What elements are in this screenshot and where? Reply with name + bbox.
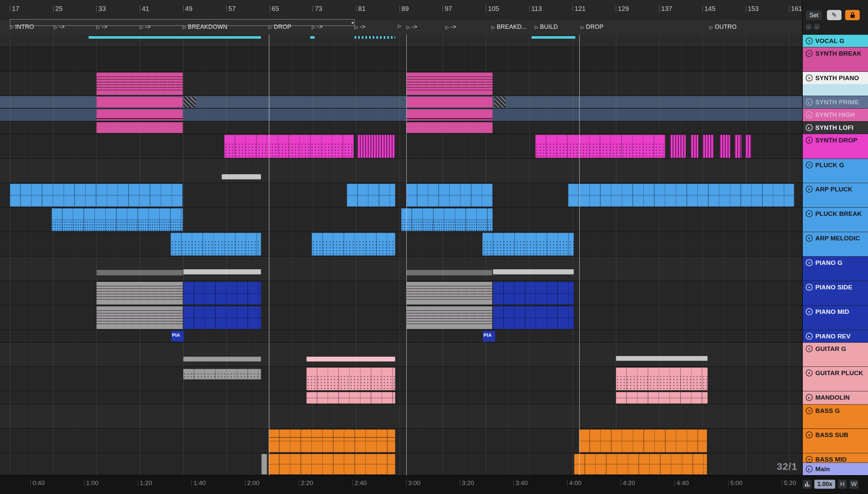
clip-synth-drop[interactable]: [535, 135, 666, 158]
clip-synth-drop[interactable]: [224, 135, 354, 158]
clip-arp-melodic[interactable]: [482, 233, 574, 255]
clip-piano-mid[interactable]: [96, 306, 183, 329]
clip-synth-drop[interactable]: [702, 135, 714, 158]
height-zoom-button[interactable]: H: [838, 480, 847, 489]
track-header-synth-drop[interactable]: ▾SYNTH DROP: [803, 134, 868, 159]
clip-piano-g[interactable]: [493, 269, 574, 274]
track-header-arp-melodic[interactable]: ▾ARP MELODIC: [803, 232, 868, 256]
track-header-mandolin[interactable]: ▸MANDOLIN: [803, 391, 868, 405]
clip-synth-prime[interactable]: [494, 97, 506, 108]
track-header-synth-high[interactable]: ▸SYNTH HIGH: [803, 109, 868, 121]
meter-button[interactable]: [803, 480, 812, 489]
clip-piano-g[interactable]: [96, 270, 183, 276]
clip-piano-side[interactable]: [183, 282, 261, 305]
track-header-piano-g[interactable]: ≡PIANO G: [803, 256, 868, 281]
clip-piano-rev[interactable]: PIA: [483, 331, 495, 342]
clip-synth-drop[interactable]: [745, 135, 751, 158]
clip-vocal-g[interactable]: [89, 36, 261, 39]
section-marker[interactable]: ▷BREAKD...: [491, 23, 527, 31]
set-button[interactable]: Set: [806, 11, 822, 20]
clip-pluck-g[interactable]: [222, 174, 261, 179]
clip-synth-prime[interactable]: [184, 97, 196, 108]
section-marker[interactable]: ▷OUTRO: [709, 23, 737, 31]
track-header-piano-side[interactable]: ▾PIANO SIDE: [803, 281, 868, 306]
track-header-synth-break[interactable]: ≡SYNTH BREAK: [803, 48, 868, 72]
clip-piano-side[interactable]: [406, 282, 492, 305]
width-zoom-button[interactable]: W: [849, 480, 858, 489]
clip-guitar-g[interactable]: [307, 357, 395, 362]
clip-synth-drop[interactable]: [690, 135, 698, 158]
nav-back-button[interactable]: ←: [806, 23, 812, 30]
clip-synth-lofi[interactable]: [406, 122, 493, 133]
nav-forward-button[interactable]: →: [813, 23, 820, 30]
selection-brace[interactable]: ▸: [10, 19, 354, 26]
clip-piano-g[interactable]: [183, 269, 261, 274]
clip-synth-piano[interactable]: [406, 73, 493, 95]
clip-arp-pluck[interactable]: [10, 184, 183, 207]
clip-arp-pluck[interactable]: [347, 184, 395, 207]
clip-vocal-g[interactable]: [310, 36, 315, 39]
clip-synth-high[interactable]: [406, 109, 493, 120]
clip-vocal-g[interactable]: [354, 36, 395, 39]
clip-arp-melodic[interactable]: [171, 233, 261, 255]
edit-pencil-button[interactable]: ✎: [827, 10, 842, 20]
bar-ruler[interactable]: 1725334149576573818997105113121129137145…: [0, 0, 802, 20]
clip-synth-drop[interactable]: [735, 135, 742, 158]
clip-bass-sub[interactable]: [579, 430, 707, 452]
clip-pluck-break[interactable]: [52, 208, 183, 231]
clip-bass-mid[interactable]: [261, 454, 267, 474]
clip-mandolin[interactable]: [307, 392, 395, 404]
track-header-synth-lofi[interactable]: ▸SYNTH LOFI: [803, 121, 868, 134]
clip-arp-melodic[interactable]: [312, 233, 395, 255]
track-header-bass-g[interactable]: ≡BASS G: [803, 405, 868, 429]
clip-piano-mid[interactable]: [493, 306, 574, 329]
clip-bass-sub[interactable]: [269, 430, 395, 452]
clip-guitar-pluck[interactable]: [616, 367, 708, 391]
track-header-bass-sub[interactable]: ▾BASS SUB: [803, 429, 868, 453]
clip-synth-drop[interactable]: [670, 135, 686, 158]
clip-vocal-g[interactable]: [531, 36, 575, 39]
clip-guitar-pluck[interactable]: [307, 367, 395, 391]
section-marker[interactable]: ▷DROP: [581, 23, 604, 31]
clip-guitar-g[interactable]: [183, 357, 261, 362]
clip-synth-lofi[interactable]: [96, 122, 183, 133]
clip-piano-mid[interactable]: [183, 306, 261, 329]
track-header-bass-mid[interactable]: ▾BASS MID: [803, 453, 868, 463]
clip-synth-prime[interactable]: [96, 97, 183, 108]
track-header-vocal-g[interactable]: ≡VOCAL G: [803, 35, 868, 48]
section-marker[interactable]: ▷BUILD: [535, 23, 558, 31]
track-header-pluck-g[interactable]: ≡PLUCK G: [803, 159, 868, 183]
clip-mandolin[interactable]: [616, 392, 708, 404]
track-header-guitar-g[interactable]: ≡GUITAR G: [803, 343, 868, 367]
clip-synth-piano[interactable]: [96, 73, 183, 95]
clip-piano-side[interactable]: [96, 282, 183, 305]
clip-bass-mid[interactable]: [269, 454, 395, 474]
track-header-main[interactable]: ▸Main: [803, 463, 868, 475]
clip-piano-g[interactable]: [406, 270, 492, 276]
clip-guitar-pluck[interactable]: [183, 369, 261, 379]
track-header-synth-piano[interactable]: ▾SYNTH PIANO: [803, 72, 868, 96]
clip-arp-pluck[interactable]: [568, 184, 794, 207]
track-header-guitar-pluck[interactable]: ▾GUITAR PLUCK: [803, 367, 868, 391]
clip-guitar-g[interactable]: [616, 356, 708, 361]
section-marker[interactable]: ▷: [398, 23, 402, 28]
clip-arp-pluck[interactable]: [406, 184, 493, 207]
time-ruler[interactable]: 0:401:001:201:402:002:202:403:003:203:40…: [0, 476, 802, 494]
track-header-piano-rev[interactable]: ▸PIANO REV: [803, 330, 868, 343]
track-header-piano-mid[interactable]: ▾PIANO MID: [803, 306, 868, 330]
clip-synth-drop[interactable]: [720, 135, 730, 158]
track-header-pluck-break[interactable]: ▾PLUCK BREAK: [803, 208, 868, 232]
lock-button[interactable]: [845, 10, 860, 20]
clip-synth-high[interactable]: [96, 109, 183, 120]
section-marker[interactable]: ▷->: [446, 23, 457, 31]
track-header-synth-prime[interactable]: ▸SYNTH PRIME: [803, 96, 868, 109]
track-header-arp-pluck[interactable]: ▾ARP PLUCK: [803, 183, 868, 208]
clip-synth-drop[interactable]: [357, 135, 395, 158]
section-marker[interactable]: ▷->: [354, 23, 365, 31]
playback-speed-button[interactable]: 1.00x: [814, 480, 835, 489]
clip-piano-mid[interactable]: [406, 306, 492, 329]
clip-piano-rev[interactable]: PIA: [171, 331, 184, 342]
clip-bass-mid[interactable]: [574, 454, 707, 474]
clip-piano-side[interactable]: [493, 282, 574, 305]
section-marker[interactable]: ▷->: [406, 23, 418, 31]
